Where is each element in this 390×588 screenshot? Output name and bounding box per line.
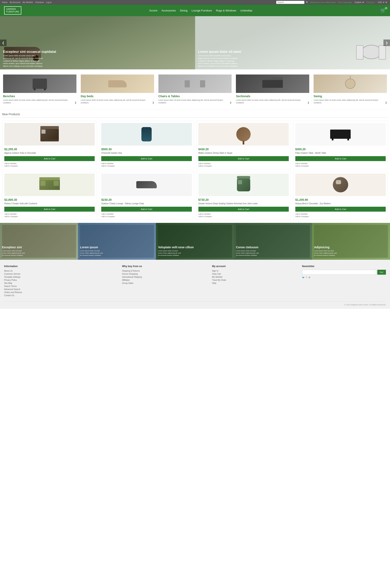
nav-checkout[interactable]: Checkout — [35, 1, 44, 3]
hero-slide-1-body: Lorem ipsum dolor sit amet conse ctetur … — [3, 54, 44, 67]
logo[interactable]: GARDEN FURNITURE — [4, 6, 21, 14]
promo-banner-4[interactable]: Adipisicing Lorem ipsum dolor sit amet c… — [312, 223, 390, 260]
nav-wishlist[interactable]: My Wishlist — [23, 1, 33, 3]
add-to-cart-6[interactable]: Add to Cart — [198, 207, 289, 212]
compare-3[interactable]: Add to Compare — [295, 165, 386, 167]
hero-slide-2-body: Lorem ipsum dolor sit amet conse ctetur … — [198, 54, 239, 67]
language-select[interactable]: English — [354, 1, 365, 4]
currency-select[interactable]: USD ▼ — [377, 1, 388, 4]
compare-4[interactable]: Add to Compare — [4, 216, 95, 218]
newsletter-submit[interactable]: Go! — [377, 270, 386, 275]
footer-newsletter-title: Newsletter — [302, 265, 386, 268]
hero-prev-button[interactable]: ❮ — [0, 39, 6, 46]
add-to-cart-4[interactable]: Add to Cart — [4, 207, 95, 212]
nav-rugs[interactable]: Rugs & Windows — [216, 9, 236, 12]
category-swing-name: Swing — [314, 95, 387, 98]
footer-secure-shopping[interactable]: Secure Shopping — [122, 273, 206, 275]
search-icon[interactable]: 🔍 — [306, 1, 308, 3]
footer-about[interactable]: About Us — [4, 270, 116, 272]
product-img-2 — [198, 123, 289, 146]
search-input[interactable] — [276, 1, 304, 4]
facebook-icon[interactable]: f — [306, 276, 307, 278]
footer-site-map[interactable]: Site Map — [4, 282, 116, 284]
wishlist-1[interactable]: Add to Wishlist — [101, 162, 192, 164]
wishlist-5[interactable]: Add to Wishlist — [101, 213, 192, 215]
nav-accessories[interactable]: Accessories — [161, 9, 176, 12]
footer-affiliates[interactable]: Affiliates — [122, 279, 206, 281]
add-to-cart-0[interactable]: Add to Cart — [4, 156, 95, 161]
footer-shipping[interactable]: Shipping & Returns — [122, 270, 206, 272]
nav-accent[interactable]: Accent — [149, 9, 157, 12]
category-daybeds[interactable]: Day beds Lorem ipsum dolor sit amet cons… — [80, 74, 155, 105]
category-sectionals[interactable]: Sectionals Lorem ipsum dolor sit amet co… — [235, 74, 310, 105]
product-name-4: Riviera 3 Seater Sofa with Cushions — [4, 202, 95, 205]
wishlist-6[interactable]: Add to Wishlist — [198, 213, 289, 215]
wishlist-2[interactable]: Add to Wishlist — [198, 162, 289, 164]
top-bar-nav: Home My Account My Wishlist Checkout Log… — [2, 1, 53, 3]
new-products-section: New Products $2,255.30 Algarva Outdoor S… — [0, 110, 390, 223]
category-swing[interactable]: Swing Lorem ipsum dolor sit amet conse c… — [313, 74, 388, 105]
add-to-cart-1[interactable]: Add to Cart — [101, 156, 192, 161]
welcome-text: Welcome to our online store! — [310, 1, 336, 3]
cat-divider-2 — [156, 75, 156, 104]
category-daybed-name: Day beds — [81, 95, 154, 98]
nav-login[interactable]: Log In — [46, 1, 52, 3]
promo-banner-3[interactable]: Conse ctetuusm Lorem ipsum dolor sit ame… — [234, 223, 312, 260]
footer-my-wishlist[interactable]: My Wishlist — [212, 276, 296, 278]
nav-lounge[interactable]: Lounge Furniture — [192, 9, 212, 12]
promo-body-4: Lorem ipsum dolor sit amet conse ctetur … — [314, 250, 339, 257]
product-name-0: Algarva Outdoor Sofa in Chocolate — [4, 152, 95, 155]
add-to-cart-7[interactable]: Add to Cart — [295, 207, 386, 212]
category-sectionals-arrow: ❯ — [307, 101, 309, 104]
wishlist-4[interactable]: Add to Wishlist — [4, 213, 95, 215]
compare-6[interactable]: Add to Compare — [198, 216, 289, 218]
footer-contact-us[interactable]: Contact Us — [4, 294, 116, 297]
rss-icon[interactable]: ⚙ — [308, 276, 310, 278]
footer-group-sales[interactable]: Group Sales — [122, 282, 206, 284]
twitter-icon[interactable]: 🐦 — [302, 276, 304, 278]
category-daybed-arrow: ❯ — [152, 101, 154, 104]
footer-customer-service[interactable]: Customer Service — [4, 273, 116, 275]
promo-banner-2[interactable]: Voluptate velit esse cillum Lorem ipsum … — [156, 223, 234, 260]
compare-5[interactable]: Add to Compare — [101, 216, 192, 218]
category-benches[interactable]: Benches Lorem ipsum dolor sit amet conse… — [2, 74, 77, 105]
compare-1[interactable]: Add to Compare — [101, 165, 192, 167]
product-card-2: $430.20 Malibu Outdoor Dining Table in T… — [196, 121, 291, 169]
compare-0[interactable]: Add to Compare — [4, 165, 95, 167]
footer-template-settings[interactable]: Template Settings — [4, 276, 116, 278]
footer-view-cart[interactable]: View Cart — [212, 273, 296, 275]
promo-title-4: Adipisicing — [314, 246, 339, 249]
nav-account[interactable]: My Account — [10, 1, 20, 3]
wishlist-7[interactable]: Add to Wishlist — [295, 213, 386, 215]
product-img-5 — [101, 174, 192, 196]
section-title: New Products — [2, 113, 388, 118]
footer-sign-in[interactable]: Sign In — [212, 270, 296, 272]
add-to-cart-3[interactable]: Add to Cart — [295, 156, 386, 161]
promo-text-3: Conse ctetuusm Lorem ipsum dolor sit ame… — [236, 246, 261, 257]
newsletter-input[interactable] — [302, 270, 376, 275]
nav-umbrellas[interactable]: Umbrellas — [241, 9, 252, 12]
category-chairs[interactable]: Chairs & Tables Lorem ipsum dolor sit am… — [157, 74, 233, 105]
add-to-cart-5[interactable]: Add to Cart — [101, 207, 192, 212]
promo-banner-0[interactable]: Excepteur sint Lorem ipsum dolor sit ame… — [0, 223, 78, 260]
product-price-3: $300.20 — [295, 148, 386, 151]
footer-help[interactable]: Help — [212, 282, 296, 284]
product-img-7 — [295, 174, 386, 196]
footer-search-terms[interactable]: Search Terms — [4, 285, 116, 287]
add-to-cart-2[interactable]: Add to Cart — [198, 156, 289, 161]
wishlist-0[interactable]: Add to Wishlist — [4, 162, 95, 164]
footer-advanced-search[interactable]: Advanced Search — [4, 288, 116, 290]
footer-privacy-policy[interactable]: Privacy Policy — [4, 279, 116, 281]
compare-7[interactable]: Add to Compare — [295, 216, 386, 218]
compare-2[interactable]: Add to Compare — [198, 165, 289, 167]
cart-button[interactable]: 🛒 0 — [380, 8, 386, 13]
nav-dining[interactable]: Dining — [180, 9, 188, 12]
footer-track-order[interactable]: Track My Order — [212, 279, 296, 281]
hero-next-button[interactable]: ❯ — [384, 39, 390, 46]
promo-banner-1[interactable]: Lorem ipsum Lorem ipsum dolor sit amet c… — [78, 223, 156, 260]
logo-line1: GARDEN — [6, 8, 19, 10]
nav-home[interactable]: Home — [2, 1, 7, 3]
footer-international-shipping[interactable]: International Shipping — [122, 276, 206, 278]
wishlist-3[interactable]: Add to Wishlist — [295, 162, 386, 164]
footer-orders-returns[interactable]: Orders and Returns — [4, 291, 116, 293]
